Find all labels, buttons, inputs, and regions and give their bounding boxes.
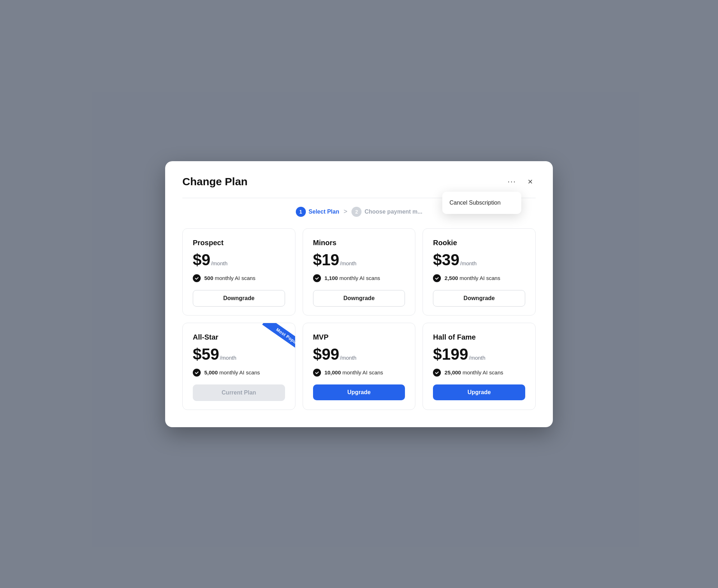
price-amount-rookie: $39 (433, 252, 459, 268)
plan-feature-rookie: 2,500 monthly AI scans (433, 274, 525, 282)
close-button[interactable]: × (525, 176, 536, 187)
step1-label: Select Plan (309, 209, 339, 215)
header-actions: ··· × Cancel Subscription (505, 176, 536, 187)
plan-feature-minors: 1,100 monthly AI scans (313, 274, 405, 282)
plan-btn-halloffame[interactable]: Upgrade (433, 384, 525, 400)
modal-title: Change Plan (182, 176, 248, 188)
scans-label-allstar: 5,000 monthly AI scans (204, 369, 260, 375)
plan-price-prospect: $9 /month (193, 252, 285, 268)
scans-label-rookie: 2,500 monthly AI scans (444, 275, 500, 281)
check-icon-allstar (193, 369, 201, 377)
scans-label-prospect: 500 monthly AI scans (204, 275, 256, 281)
check-icon-halloffame (433, 369, 441, 377)
more-options-button[interactable]: ··· (505, 176, 519, 187)
plan-feature-prospect: 500 monthly AI scans (193, 274, 285, 282)
step-2: 2 Choose payment m... (351, 207, 422, 217)
price-amount-prospect: $9 (193, 252, 210, 268)
price-period-mvp: /month (340, 355, 356, 361)
price-period-rookie: /month (460, 260, 477, 266)
step2-label: Choose payment m... (364, 209, 422, 215)
cancel-subscription-item[interactable]: Cancel Subscription (442, 195, 521, 211)
plan-card-prospect: Prospect $9 /month 500 monthly AI scans … (182, 228, 295, 316)
plan-card-halloffame: Hall of Fame $199 /month 25,000 monthly … (423, 323, 536, 410)
plan-price-rookie: $39 /month (433, 252, 525, 268)
plan-name-rookie: Rookie (433, 239, 525, 247)
modal-header: Change Plan ··· × Cancel Subscription (182, 176, 536, 188)
plan-btn-prospect[interactable]: Downgrade (193, 290, 285, 307)
scans-label-mvp: 10,000 monthly AI scans (325, 369, 383, 375)
step-arrow: > (344, 208, 348, 215)
plan-name-prospect: Prospect (193, 239, 285, 247)
price-amount-halloffame: $199 (433, 346, 468, 362)
plan-name-minors: Minors (313, 239, 405, 247)
plan-feature-halloffame: 25,000 monthly AI scans (433, 369, 525, 377)
plan-name-allstar: All-Star (193, 333, 285, 341)
plan-feature-mvp: 10,000 monthly AI scans (313, 369, 405, 377)
step1-circle: 1 (296, 207, 306, 217)
dropdown-menu: Cancel Subscription (442, 192, 521, 214)
plans-grid: Prospect $9 /month 500 monthly AI scans … (182, 228, 536, 410)
plan-card-rookie: Rookie $39 /month 2,500 monthly AI scans… (423, 228, 536, 316)
plan-btn-rookie[interactable]: Downgrade (433, 290, 525, 307)
price-period-halloffame: /month (469, 355, 485, 361)
step2-circle: 2 (351, 207, 362, 217)
change-plan-modal: Change Plan ··· × Cancel Subscription 1 … (165, 161, 553, 427)
plan-price-halloffame: $199 /month (433, 346, 525, 362)
check-icon-prospect (193, 274, 201, 282)
plan-price-mvp: $99 /month (313, 346, 405, 362)
step-1: 1 Select Plan (296, 207, 339, 217)
plan-card-allstar: Most Popular All-Star $59 /month 5,000 m… (182, 323, 295, 410)
price-amount-mvp: $99 (313, 346, 339, 362)
price-period-allstar: /month (220, 355, 236, 361)
price-period-prospect: /month (211, 260, 228, 266)
plan-feature-allstar: 5,000 monthly AI scans (193, 369, 285, 377)
plan-btn-mvp[interactable]: Upgrade (313, 384, 405, 400)
price-period-minors: /month (340, 260, 356, 266)
scans-label-halloffame: 25,000 monthly AI scans (444, 369, 503, 375)
check-icon-mvp (313, 369, 321, 377)
price-amount-allstar: $59 (193, 346, 219, 362)
check-icon-rookie (433, 274, 441, 282)
plan-name-mvp: MVP (313, 333, 405, 341)
plan-btn-minors[interactable]: Downgrade (313, 290, 405, 307)
scans-label-minors: 1,100 monthly AI scans (325, 275, 380, 281)
plan-card-mvp: MVP $99 /month 10,000 monthly AI scans U… (303, 323, 416, 410)
plan-price-allstar: $59 /month (193, 346, 285, 362)
plan-price-minors: $19 /month (313, 252, 405, 268)
plan-btn-allstar: Current Plan (193, 384, 285, 401)
plan-card-minors: Minors $19 /month 1,100 monthly AI scans… (303, 228, 416, 316)
plan-name-halloffame: Hall of Fame (433, 333, 525, 341)
check-icon-minors (313, 274, 321, 282)
price-amount-minors: $19 (313, 252, 339, 268)
